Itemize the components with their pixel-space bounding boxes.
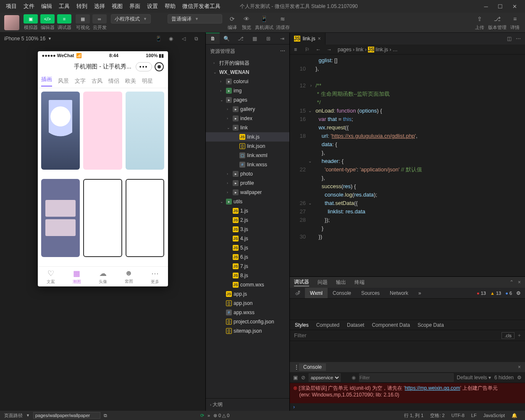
copy-icon[interactable]: ⧉ — [191, 36, 201, 42]
tree-item[interactable]: {}sitemap.json — [206, 326, 289, 336]
devtools-tab[interactable]: Console — [328, 288, 356, 298]
styles-tab[interactable]: Dataset — [347, 322, 364, 328]
styles-tab[interactable]: Styles — [295, 322, 309, 328]
refresh-icon[interactable]: ⟳ — [200, 413, 204, 418]
tree-item[interactable]: JScomm.wxs — [206, 280, 289, 289]
devtools-tab[interactable]: Wxml — [305, 288, 328, 298]
devtools-settings-icon[interactable]: ⚙ — [516, 290, 521, 296]
cursor-pos[interactable]: 行 1, 列 1 — [401, 412, 427, 419]
thumbnail[interactable] — [41, 92, 80, 170]
info-count[interactable]: 6 — [505, 291, 512, 296]
cloud-button[interactable]: ∞ — [92, 14, 107, 24]
thumbnail[interactable] — [83, 179, 122, 257]
status-errors[interactable]: ⊗ 0 △ 0 — [210, 413, 233, 418]
phone-nav-item[interactable]: ☻套图 — [116, 267, 142, 286]
code-editor[interactable]: 10›12⌄151618⌄22⌄26272830 gglist: [] }, /… — [290, 55, 525, 276]
git-tab-icon[interactable]: ⎇ — [234, 33, 247, 44]
encoding[interactable]: UTF-8 — [448, 413, 468, 418]
debugger-tab[interactable]: 调试器 — [294, 278, 309, 286]
menu-item[interactable]: 工具 — [56, 2, 72, 11]
outline-section[interactable]: › 大纲 — [206, 398, 289, 411]
program-mode-dropdown[interactable]: 小程序模式▼ — [111, 14, 151, 24]
debugger-toggle[interactable]: ≡ — [57, 14, 71, 24]
forward-icon[interactable]: → — [327, 47, 335, 52]
tree-item[interactable]: JS1.js — [206, 206, 289, 215]
notification-icon[interactable]: 🔔 — [508, 413, 521, 418]
styles-filter-input[interactable] — [294, 332, 498, 339]
close-button[interactable]: ✕ — [507, 3, 522, 10]
page-path-input[interactable] — [33, 412, 100, 419]
tree-item[interactable]: ›▸img — [206, 86, 289, 95]
editor-more-icon[interactable]: ⋯ — [516, 36, 521, 42]
devtools-more-icon[interactable]: » — [413, 288, 426, 298]
tree-item[interactable]: ›▸colorui — [206, 77, 289, 86]
device-icon[interactable]: 📱 — [153, 36, 163, 42]
close-tab-icon[interactable]: × — [318, 36, 321, 42]
context-select[interactable]: appservice — [309, 373, 341, 382]
explorer-tab-icon[interactable]: 🗎 — [206, 33, 220, 44]
phone-tab[interactable]: 插画 — [41, 76, 52, 87]
console-close-icon[interactable]: × — [518, 364, 521, 370]
debugger-tab[interactable]: 终端 — [354, 279, 365, 286]
debugger-tab[interactable]: 问题 — [318, 279, 328, 286]
styles-tab[interactable]: Component Data — [372, 322, 410, 328]
phone-nav-item[interactable]: ⋯更多 — [142, 267, 168, 286]
tree-item[interactable]: ›▸profile — [206, 178, 289, 188]
capsule-menu-icon[interactable]: ••• — [136, 62, 152, 71]
breadcrumbs[interactable]: ≡ ⚐ ← → pages › link › JS link.js › … — [290, 45, 525, 55]
maximize-button[interactable]: ☐ — [493, 3, 507, 10]
phone-tab[interactable]: 文字 — [75, 77, 86, 85]
phone-nav-item[interactable]: ▦潮图 — [64, 267, 90, 286]
thumbnail[interactable] — [126, 179, 165, 257]
editor-toggle[interactable]: </> — [40, 14, 55, 24]
menu-item[interactable]: 视图 — [109, 2, 125, 11]
back-icon[interactable]: ← — [316, 47, 324, 52]
toolbar-action-icon[interactable]: 👁 — [241, 14, 252, 24]
toolbar-action-icon[interactable]: ⟳ — [226, 14, 238, 24]
error-count[interactable]: 13 — [477, 291, 486, 296]
devtools-tab[interactable]: Network — [385, 288, 413, 298]
toolbar-action-icon[interactable]: 📱 — [258, 14, 270, 24]
mute-icon[interactable]: ◁ — [178, 36, 189, 42]
console-prompt[interactable]: › — [290, 403, 525, 411]
console-toggle-icon[interactable]: ▣ — [293, 375, 298, 381]
menu-item[interactable]: 文件 — [21, 2, 37, 11]
compile-mode-dropdown[interactable]: 普通编译▼ — [168, 14, 222, 24]
visual-button[interactable]: ▦ — [76, 14, 90, 24]
explorer-more-icon[interactable]: ⋯ — [280, 48, 285, 55]
tree-item[interactable]: ›▸photo — [206, 169, 289, 178]
phone-nav-item[interactable]: ☁头像 — [90, 267, 116, 286]
tree-item[interactable]: {}link.json — [206, 142, 289, 151]
tree-item[interactable]: JS6.js — [206, 252, 289, 262]
toolbar-action-icon[interactable]: ≋ — [277, 14, 289, 24]
tree-item[interactable]: JS4.js — [206, 234, 289, 243]
split-editor-icon[interactable]: ◫ — [507, 36, 512, 42]
levels-dropdown[interactable]: Default levels ▾ — [457, 375, 491, 381]
close-panel-icon[interactable]: × — [518, 279, 521, 285]
tree-item[interactable]: {}app.json — [206, 299, 289, 308]
console-settings-icon[interactable]: ⚙ — [517, 375, 522, 381]
bookmark-icon[interactable]: ⚐ — [305, 47, 313, 52]
tree-section[interactable]: ›打开的编辑器 — [206, 58, 289, 68]
error-link[interactable]: https://mp.weixin.qq.com — [405, 385, 460, 391]
tree-item[interactable]: JSlink.js — [206, 132, 289, 142]
tree-item[interactable]: JSapp.js — [206, 289, 289, 299]
menu-item[interactable]: 设置 — [144, 2, 160, 11]
menu-item[interactable]: 微信开发者工具 — [180, 2, 223, 11]
add-style-icon[interactable]: + — [518, 333, 521, 339]
tree-item[interactable]: #link.wxss — [206, 160, 289, 169]
tree-item[interactable]: #app.wxss — [206, 308, 289, 317]
styles-tab[interactable]: Scope Data — [417, 322, 444, 328]
thumbnail[interactable] — [41, 179, 80, 257]
copy-path-icon[interactable]: ⧉ — [104, 413, 107, 418]
hidden-count[interactable]: 6 hidden — [494, 375, 514, 381]
tree-item[interactable]: JS7.js — [206, 262, 289, 271]
debugger-tab[interactable]: 输出 — [336, 279, 346, 286]
devtools-tab[interactable]: Sources — [356, 288, 385, 298]
eol[interactable]: LF — [468, 413, 480, 418]
thumbnail[interactable] — [126, 92, 165, 170]
grid-tab-icon[interactable]: ▦ — [248, 33, 262, 44]
simulator-toggle[interactable]: ▣ — [24, 14, 38, 24]
tree-item[interactable]: ›▸gallery — [206, 105, 289, 114]
toolbar-right-icon[interactable]: ⇪ — [474, 14, 486, 24]
